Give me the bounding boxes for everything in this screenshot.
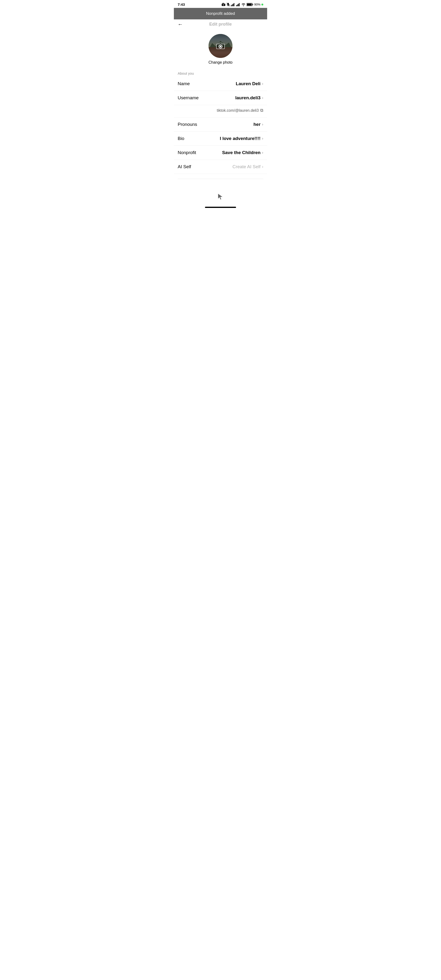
pronouns-value-area: her › <box>254 122 263 127</box>
nonprofit-row[interactable]: Nonprofit Save the Children › <box>174 146 267 160</box>
bio-value: I love adventure!!!! <box>220 136 260 141</box>
name-value: Lauren Deli <box>236 81 260 86</box>
status-icons: 90% <box>222 3 263 6</box>
nonprofit-chevron-icon: › <box>262 150 263 155</box>
home-bar <box>205 207 236 208</box>
status-time: 7:43 <box>178 2 185 6</box>
nonprofit-value-area: Save the Children › <box>222 150 263 155</box>
mute-icon <box>227 3 230 6</box>
active-dot <box>262 3 263 5</box>
name-chevron-icon: › <box>262 81 263 86</box>
svg-rect-3 <box>223 3 224 3</box>
header-title: Edit profile <box>209 22 232 27</box>
name-row[interactable]: Name Lauren Deli › <box>174 77 267 91</box>
nonprofit-label: Nonprofit <box>178 150 196 155</box>
url-row[interactable]: tiktok.com/@lauren.deli3 ⧉ <box>174 105 267 118</box>
toast-notification: Nonprofit added <box>174 8 267 19</box>
bio-value-area: I love adventure!!!! › <box>220 136 263 141</box>
svg-rect-11 <box>237 5 238 6</box>
username-value: lauren.deli3 <box>235 95 261 100</box>
battery-icon <box>247 3 253 6</box>
pronouns-row[interactable]: Pronouns her › <box>174 118 267 132</box>
header: ← Edit profile <box>174 19 267 29</box>
svg-rect-10 <box>236 5 237 6</box>
svg-rect-15 <box>252 4 253 5</box>
svg-rect-12 <box>238 4 239 6</box>
camera-overlay <box>209 34 232 58</box>
ai-self-value-area: Create AI Self › <box>232 164 263 169</box>
username-label: Username <box>178 95 199 100</box>
username-chevron-icon: › <box>262 95 263 100</box>
about-section-label: About you <box>174 67 267 77</box>
svg-rect-8 <box>233 4 233 6</box>
wifi-icon <box>241 3 246 6</box>
signal-icon-1 <box>231 3 235 6</box>
camera-change-icon <box>216 42 225 50</box>
svg-rect-7 <box>232 5 232 6</box>
change-photo-label: Change photo <box>209 60 233 65</box>
svg-point-2 <box>223 4 224 5</box>
username-row[interactable]: Username lauren.deli3 › <box>174 91 267 105</box>
battery-percent: 90% <box>254 3 260 6</box>
svg-rect-13 <box>239 3 240 6</box>
avatar[interactable] <box>209 34 232 58</box>
camera-status-icon <box>222 3 225 6</box>
bio-chevron-icon: › <box>262 136 263 141</box>
svg-rect-9 <box>234 3 234 6</box>
ai-self-chevron-icon: › <box>262 164 263 169</box>
name-label: Name <box>178 81 190 86</box>
copy-icon[interactable]: ⧉ <box>260 108 263 113</box>
cursor-area <box>174 184 267 205</box>
ai-self-row[interactable]: AI Self Create AI Self › <box>174 160 267 174</box>
svg-point-18 <box>220 46 222 48</box>
back-button[interactable]: ← <box>178 21 183 27</box>
svg-rect-16 <box>247 3 252 5</box>
status-bar: 7:43 <box>174 0 267 8</box>
ai-self-value: Create AI Self <box>232 164 260 169</box>
nonprofit-value: Save the Children <box>222 150 261 155</box>
pronouns-value: her <box>254 122 261 127</box>
home-indicator-area <box>174 205 267 210</box>
ai-self-label: AI Self <box>178 164 191 169</box>
toast-message: Nonprofit added <box>206 11 235 16</box>
cursor-icon <box>217 193 224 200</box>
username-value-area: lauren.deli3 › <box>235 95 263 100</box>
bio-row[interactable]: Bio I love adventure!!!! › <box>174 132 267 146</box>
signal-icon-2 <box>236 3 240 6</box>
name-value-area: Lauren Deli › <box>236 81 263 86</box>
pronouns-label: Pronouns <box>178 122 197 127</box>
bio-label: Bio <box>178 136 184 141</box>
profile-photo-area[interactable]: Change photo <box>174 29 267 67</box>
svg-rect-6 <box>231 5 232 6</box>
url-text: tiktok.com/@lauren.deli3 <box>217 108 259 113</box>
pronouns-chevron-icon: › <box>262 122 263 127</box>
